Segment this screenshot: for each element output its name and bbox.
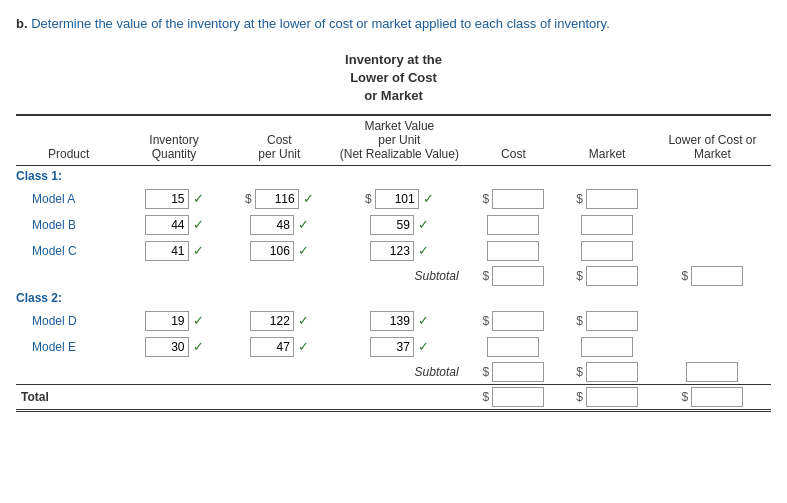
- model-d-market-input[interactable]: [370, 311, 414, 331]
- subtotal1-label: Subtotal: [16, 264, 467, 288]
- total-cost-input[interactable]: [492, 387, 544, 407]
- dollar-sign: $: [483, 269, 490, 283]
- subtotal2-lower-input[interactable]: [686, 362, 738, 382]
- model-a-market-val-input[interactable]: [586, 189, 638, 209]
- total-lower-input[interactable]: [691, 387, 743, 407]
- subtotal1-market-cell: $: [560, 264, 654, 288]
- subtotal2-row: Subtotal $ $: [16, 360, 771, 385]
- model-e-cost-input[interactable]: [250, 337, 294, 357]
- subtotal1-market-input[interactable]: [586, 266, 638, 286]
- total-label: Total: [16, 384, 467, 410]
- instructions: b. Determine the value of the inventory …: [16, 16, 771, 31]
- model-d-market-val-cell: $: [560, 308, 654, 334]
- dollar-sign: $: [483, 365, 490, 379]
- table-row: Model E ✓ ✓ ✓: [16, 334, 771, 360]
- model-a-cost-input[interactable]: [255, 189, 299, 209]
- model-a-market-check: ✓: [423, 191, 434, 206]
- header-product: Product: [16, 115, 121, 166]
- model-e-market-cell: ✓: [332, 334, 467, 360]
- model-e-market-val-input[interactable]: [581, 337, 633, 357]
- model-d-market-val-input[interactable]: [586, 311, 638, 331]
- subtotal2-market-cell: $: [560, 360, 654, 385]
- model-e-cost-check: ✓: [298, 339, 309, 354]
- header-inv-qty: Inventory Quantity: [121, 115, 226, 166]
- model-b-market-input[interactable]: [370, 215, 414, 235]
- subtotal2-label: Subtotal: [16, 360, 467, 385]
- model-a-qty-cell: ✓: [121, 186, 226, 212]
- model-a-lower-cell: [654, 186, 771, 212]
- model-e-qty-cell: ✓: [121, 334, 226, 360]
- model-b-cost-check: ✓: [298, 217, 309, 232]
- model-c-qty-check: ✓: [193, 243, 204, 258]
- model-e-market-check: ✓: [418, 339, 429, 354]
- model-c-cost-val-input[interactable]: [487, 241, 539, 261]
- model-a-cost-val-cell: $: [467, 186, 561, 212]
- class1-row: Class 1:: [16, 165, 771, 186]
- model-c-market-val-cell: [560, 238, 654, 264]
- model-b-cost-input[interactable]: [250, 215, 294, 235]
- total-market-input[interactable]: [586, 387, 638, 407]
- dollar-sign: $: [483, 390, 490, 404]
- model-d-market-check: ✓: [418, 313, 429, 328]
- model-b-label: Model B: [16, 212, 121, 238]
- subtotal1-lower-cell: $: [654, 264, 771, 288]
- model-b-cost-cell: ✓: [227, 212, 332, 238]
- model-b-market-val-cell: [560, 212, 654, 238]
- dollar-sign: $: [576, 269, 583, 283]
- model-b-qty-input[interactable]: [145, 215, 189, 235]
- class1-label: Class 1:: [16, 165, 121, 186]
- model-d-cost-val-input[interactable]: [492, 311, 544, 331]
- model-a-market-input[interactable]: [375, 189, 419, 209]
- dollar-sign: $: [576, 192, 583, 206]
- model-b-cost-val-input[interactable]: [487, 215, 539, 235]
- model-c-lower-cell: [654, 238, 771, 264]
- model-d-cost-input[interactable]: [250, 311, 294, 331]
- model-a-market-cell: $ ✓: [332, 186, 467, 212]
- model-e-market-input[interactable]: [370, 337, 414, 357]
- model-c-qty-cell: ✓: [121, 238, 226, 264]
- subtotal1-lower-input[interactable]: [691, 266, 743, 286]
- model-b-qty-cell: ✓: [121, 212, 226, 238]
- model-e-cost-val-cell: [467, 334, 561, 360]
- main-title: Inventory at the Lower of Cost or Market: [16, 51, 771, 106]
- subtotal1-cost-input[interactable]: [492, 266, 544, 286]
- subtotal2-market-input[interactable]: [586, 362, 638, 382]
- model-c-market-input[interactable]: [370, 241, 414, 261]
- model-c-market-val-input[interactable]: [581, 241, 633, 261]
- model-a-cost-val-input[interactable]: [492, 189, 544, 209]
- model-e-qty-input[interactable]: [145, 337, 189, 357]
- total-lower-cell: $: [654, 384, 771, 410]
- dollar-sign: $: [365, 192, 372, 206]
- model-b-market-val-input[interactable]: [581, 215, 633, 235]
- model-c-cost-check: ✓: [298, 243, 309, 258]
- model-b-market-cell: ✓: [332, 212, 467, 238]
- class2-row: Class 2:: [16, 288, 771, 308]
- dollar-sign: $: [576, 390, 583, 404]
- model-d-label: Model D: [16, 308, 121, 334]
- dollar-sign: $: [682, 390, 689, 404]
- column-headers: Product Inventory Quantity Cost per Unit…: [16, 115, 771, 166]
- header-market: Market: [560, 115, 654, 166]
- subtotal2-lower-cell: [654, 360, 771, 385]
- model-d-qty-cell: ✓: [121, 308, 226, 334]
- subtotal2-cost-cell: $: [467, 360, 561, 385]
- model-b-qty-check: ✓: [193, 217, 204, 232]
- model-c-cost-cell: ✓: [227, 238, 332, 264]
- model-b-cost-val-cell: [467, 212, 561, 238]
- model-b-market-check: ✓: [418, 217, 429, 232]
- model-d-qty-input[interactable]: [145, 311, 189, 331]
- table-row: Model B ✓ ✓ ✓: [16, 212, 771, 238]
- header-cost: Cost: [467, 115, 561, 166]
- subtotal2-cost-input[interactable]: [492, 362, 544, 382]
- class2-label: Class 2:: [16, 288, 121, 308]
- model-e-cost-val-input[interactable]: [487, 337, 539, 357]
- model-a-cost-cell: $ ✓: [227, 186, 332, 212]
- dollar-sign: $: [682, 269, 689, 283]
- model-a-qty-input[interactable]: [145, 189, 189, 209]
- total-row: Total $ $ $: [16, 384, 771, 410]
- table-row: Model D ✓ ✓ ✓ $: [16, 308, 771, 334]
- model-c-cost-input[interactable]: [250, 241, 294, 261]
- model-e-qty-check: ✓: [193, 339, 204, 354]
- model-c-label: Model C: [16, 238, 121, 264]
- model-c-qty-input[interactable]: [145, 241, 189, 261]
